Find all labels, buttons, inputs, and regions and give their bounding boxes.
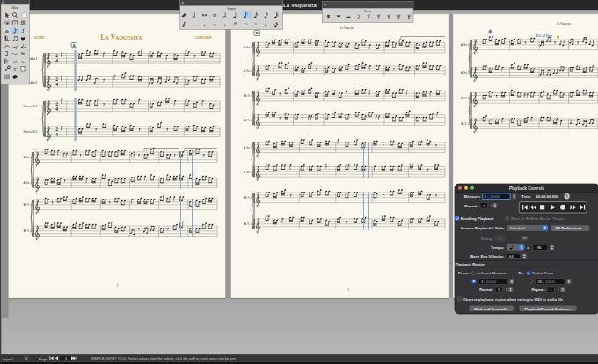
svg-text:Layer 1: Layer 1 [3, 357, 14, 361]
svg-text:A. Sx. 1: A. Sx. 1 [244, 46, 252, 49]
svg-text:A. Sx. 2: A. Sx. 2 [244, 69, 252, 73]
svg-text:Repeat:: Repeat: [464, 204, 478, 208]
svg-text:| 10000: | 10000 [543, 280, 556, 284]
svg-text:Leftmost Measure: Leftmost Measure [477, 271, 507, 275]
svg-text:Human Playback® Style:: Human Playback® Style: [461, 226, 506, 230]
svg-text:Click and Countoff...: Click and Countoff... [474, 307, 509, 311]
svg-text:Bb Tr. 2: Bb Tr. 2 [461, 122, 470, 126]
svg-text:Playback Region: Playback Region [455, 262, 485, 266]
svg-text:96: 96 [537, 245, 542, 250]
svg-text:Time:: Time: [521, 194, 532, 199]
svg-text:00:00:00.000: 00:00:00.000 [536, 194, 558, 199]
svg-text:4: 4 [55, 132, 58, 137]
svg-text:Bb Tr. 1: Bb Tr. 1 [24, 203, 33, 207]
svg-text:Bb Tr. 1: Bb Tr. 1 [244, 94, 252, 98]
svg-text:A. Sx. 1: A. Sx. 1 [24, 156, 33, 159]
svg-text:Page:: Page: [39, 357, 47, 361]
svg-text:.: . [24, 41, 25, 46]
svg-text:Swing:: Swing: [481, 237, 493, 241]
svg-text:T: T [13, 66, 17, 72]
svg-text:A. Sx. 2: A. Sx. 2 [461, 71, 470, 75]
svg-text:D.C. al Fine: D.C. al Fine [536, 34, 552, 38]
svg-text:Standard: Standard [510, 226, 526, 230]
svg-text:Cm7: Cm7 [12, 53, 18, 56]
svg-text:A. Sx. 2: A. Sx. 2 [24, 181, 33, 185]
svg-text:Bb Tr. 2: Bb Tr. 2 [244, 119, 252, 122]
svg-text:SCORE: SCORE [34, 36, 44, 40]
svg-text:La Vaquesita: La Vaquesita [283, 2, 317, 8]
svg-text:4: 4 [55, 106, 58, 112]
svg-text:To:: To: [518, 271, 524, 275]
svg-text:Main: Main [12, 6, 18, 10]
svg-text:Measure:: Measure: [464, 194, 481, 199]
svg-text:Slave to ReWire Master Tempo: Slave to ReWire Master Tempo [511, 216, 565, 221]
svg-text:End of Piece: End of Piece [533, 271, 554, 275]
svg-text:From:: From: [458, 271, 470, 275]
svg-text:♫: ♫ [13, 58, 18, 64]
svg-text:Tenori a Bb 2: Tenori a Bb 2 [23, 130, 37, 134]
svg-text:Bb Tr. 2: Bb Tr. 2 [244, 222, 252, 226]
svg-text:Tenori a Bb 1: Tenori a Bb 1 [23, 105, 37, 108]
svg-text:Scrolling Playback: Scrolling Playback [460, 216, 494, 221]
svg-text:Repeat:: Repeat: [479, 288, 492, 292]
svg-text:Repeat:: Repeat: [531, 288, 544, 292]
svg-text:&: & [5, 29, 10, 34]
svg-text:| 10000: | 10000 [485, 280, 497, 284]
svg-text:-⅚: -⅚ [253, 23, 258, 26]
svg-text:4: 4 [55, 82, 58, 87]
svg-text:SIMPLE ENTRY TOOL: Select valu: SIMPLE ENTRY TOOL: Select values from th… [91, 356, 237, 360]
svg-text:HP Preferences...: HP Preferences... [555, 226, 585, 230]
svg-text:Base Key Velocity:: Base Key Velocity: [470, 254, 505, 258]
svg-text:Observe playback region when s: Observe playback region when saving to M… [463, 297, 564, 302]
svg-text:LA VAQUESITA: LA VAQUESITA [101, 33, 142, 41]
svg-text:Bb Tr. 1: Bb Tr. 1 [244, 196, 252, 200]
svg-text:Playback Controls: Playback Controls [509, 186, 545, 191]
svg-text:A. Sx. 2: A. Sx. 2 [244, 171, 252, 174]
svg-text:%: % [21, 52, 25, 56]
svg-text:A. Sx. 1: A. Sx. 1 [461, 43, 470, 47]
svg-text:Tempo:: Tempo: [491, 245, 505, 250]
svg-text:Bb Tr. 1: Bb Tr. 1 [461, 97, 470, 100]
svg-text:‰: ‰ [21, 61, 25, 64]
svg-text:La Vaquesita: La Vaquesita [340, 26, 354, 30]
svg-text:1.: 1. [403, 38, 405, 40]
svg-text:A. Sx. 1: A. Sx. 1 [244, 146, 252, 149]
svg-text:La Vaquesita: La Vaquesita [557, 22, 571, 25]
svg-text:A: A [73, 44, 76, 47]
svg-text:+⅚: +⅚ [243, 23, 248, 26]
svg-text:Playback/Record Options...: Playback/Record Options... [524, 307, 571, 311]
svg-text:Bb Tr. 2: Bb Tr. 2 [24, 229, 33, 233]
svg-text:1.: 1. [146, 149, 148, 152]
svg-text:2.: 2. [186, 149, 188, 152]
svg-text:26: 26 [538, 280, 543, 284]
svg-text:Rests: Rests [364, 10, 372, 13]
svg-text:mf: mf [12, 45, 18, 49]
svg-text:4: 4 [55, 58, 58, 63]
svg-text:64: 64 [509, 254, 514, 258]
svg-text:B: B [256, 32, 259, 35]
svg-text:Simple: Simple [227, 7, 236, 11]
svg-text:COMPOSER: COMPOSER [195, 36, 212, 40]
svg-text:| 10000: | 10000 [488, 194, 500, 199]
